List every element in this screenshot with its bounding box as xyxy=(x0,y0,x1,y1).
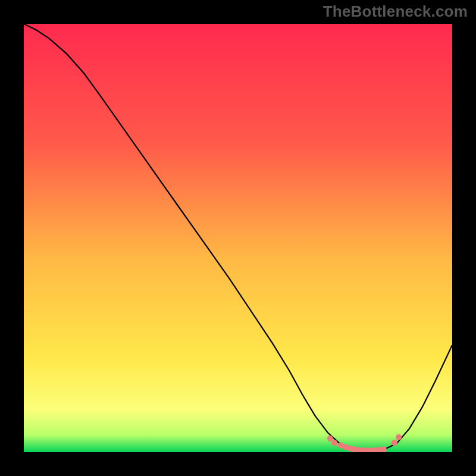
chart-svg xyxy=(24,24,452,452)
highlight-point xyxy=(327,436,333,441)
highlight-point xyxy=(392,440,397,446)
chart-frame: TheBottleneck.com xyxy=(0,0,476,476)
plot-area xyxy=(24,24,452,452)
highlight-point xyxy=(381,446,387,452)
gradient-background xyxy=(24,24,452,452)
highlight-point xyxy=(396,434,402,440)
highlight-point xyxy=(331,440,337,446)
watermark-text: TheBottleneck.com xyxy=(323,2,468,21)
